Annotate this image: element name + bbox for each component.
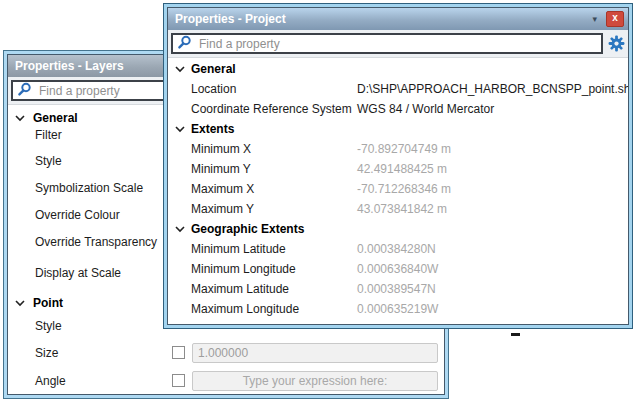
project-search-box[interactable] <box>171 33 603 54</box>
project-search-row <box>168 30 628 58</box>
property-value: 0.000636840W <box>357 262 628 276</box>
section-label: Extents <box>191 122 234 136</box>
layers-item-override-colour: Override Colour <box>35 205 120 225</box>
property-row-max-longitude: Maximum Longitude 0.000635219W <box>168 299 628 319</box>
group-label: Point <box>33 293 63 313</box>
project-window-title: Properties - Project <box>175 12 286 26</box>
project-section-extents[interactable]: Extents <box>168 119 628 139</box>
property-row-min-y: Minimum Y 42.491488425 m <box>168 159 628 179</box>
section-label: General <box>191 62 236 76</box>
layers-item-display-at-scale: Display at Scale <box>35 263 121 283</box>
property-row-max-latitude: Maximum Latitude 0.000389547N <box>168 279 628 299</box>
chevron-down-icon <box>15 115 25 122</box>
property-value: -70.892704749 m <box>357 142 628 156</box>
layers-item-point-style: Style <box>35 316 62 336</box>
layers-item-point-angle: Angle <box>35 371 66 391</box>
chevron-down-icon <box>175 226 185 233</box>
layers-item-point-size: Size <box>35 343 58 363</box>
project-titlebar[interactable]: Properties - Project ▾ x <box>168 8 628 30</box>
angle-checkbox[interactable] <box>172 374 185 387</box>
property-value: -70.712268346 m <box>357 182 628 196</box>
property-row-max-y: Maximum Y 43.073841842 m <box>168 199 628 219</box>
property-label: Location <box>191 82 357 96</box>
property-value: 42.491488425 m <box>357 162 628 176</box>
window-menu-chevron-icon[interactable]: ▾ <box>592 14 597 24</box>
property-label: Maximum Longitude <box>191 302 357 316</box>
property-row-max-x: Maximum X -70.712268346 m <box>168 179 628 199</box>
property-label: Maximum X <box>191 182 357 196</box>
property-value: WGS 84 / World Mercator <box>357 102 628 116</box>
property-value: 43.073841842 m <box>357 202 628 216</box>
property-row-min-x: Minimum X -70.892704749 m <box>168 139 628 159</box>
property-label: Minimum Longitude <box>191 262 357 276</box>
layers-item-filter: Filter <box>35 125 62 145</box>
property-value: 0.000389547N <box>357 282 628 296</box>
layers-item-symbolization-scale: Symbolization Scale <box>35 178 143 198</box>
chevron-down-icon <box>175 126 185 133</box>
search-icon <box>177 35 192 53</box>
property-label: Maximum Latitude <box>191 282 357 296</box>
chevron-down-icon <box>175 66 185 73</box>
project-section-general[interactable]: General <box>168 59 628 79</box>
properties-project-window: Properties - Project ▾ x <box>163 3 633 329</box>
close-icon[interactable]: x <box>606 11 624 27</box>
angle-expression-input[interactable] <box>192 371 438 391</box>
property-label: Coordinate Reference System <box>191 102 357 116</box>
chevron-down-icon <box>15 300 25 307</box>
layers-item-override-transparency: Override Transparency <box>35 232 157 252</box>
property-value: D:\SHP\APPROACH_HARBOR_BCNSPP_point.shp <box>357 82 628 96</box>
size-input[interactable] <box>192 343 438 363</box>
layers-group-point[interactable]: Point <box>15 293 63 313</box>
project-search-input[interactable] <box>197 36 597 52</box>
gear-icon[interactable] <box>607 35 625 52</box>
layers-window-title: Properties - Layers <box>15 59 124 73</box>
property-row-min-longitude: Minimum Longitude 0.000636840W <box>168 259 628 279</box>
property-row-min-latitude: Minimum Latitude 0.000384280N <box>168 239 628 259</box>
section-label: Geographic Extents <box>191 222 304 236</box>
project-property-list: General Location D:\SHP\APPROACH_HARBOR_… <box>168 58 628 324</box>
property-label: Minimum X <box>191 142 357 156</box>
property-label: Minimum Y <box>191 162 357 176</box>
property-value: 0.000384280N <box>357 242 628 256</box>
layers-item-style: Style <box>35 151 62 171</box>
search-icon <box>17 82 32 100</box>
property-label: Maximum Y <box>191 202 357 216</box>
property-label: Minimum Latitude <box>191 242 357 256</box>
size-checkbox[interactable] <box>172 346 185 359</box>
project-section-geographic-extents[interactable]: Geographic Extents <box>168 219 628 239</box>
resize-grip[interactable] <box>511 333 520 336</box>
property-row-crs: Coordinate Reference System WGS 84 / Wor… <box>168 99 628 119</box>
property-row-location: Location D:\SHP\APPROACH_HARBOR_BCNSPP_p… <box>168 79 628 99</box>
property-value: 0.000635219W <box>357 302 628 316</box>
